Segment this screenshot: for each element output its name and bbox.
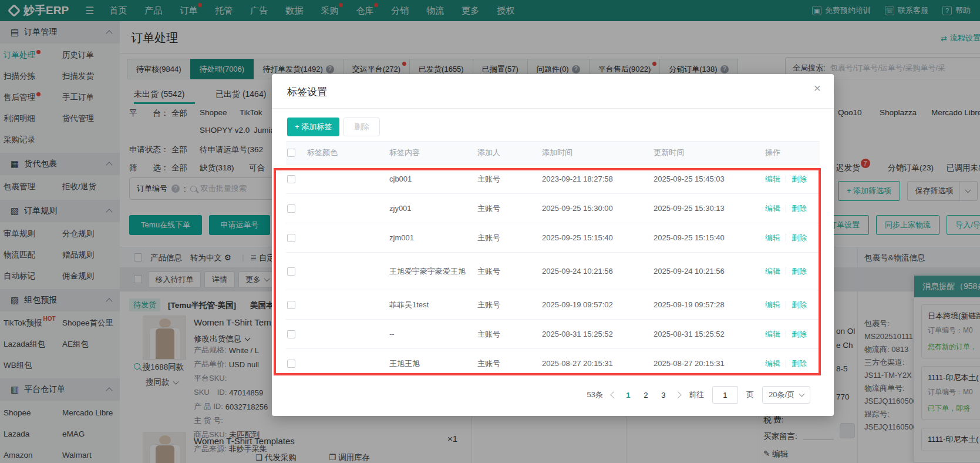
cell-operations: 编辑删除 <box>765 329 820 340</box>
cell-adder: 主账号 <box>477 233 542 243</box>
cell-updated-time: 2025-09-25 15:15:40 <box>654 233 765 242</box>
row-checkbox[interactable] <box>287 175 295 183</box>
cell-adder: 主账号 <box>477 203 542 214</box>
operation-divider <box>786 267 786 275</box>
page-number-2[interactable]: 2 <box>642 391 650 400</box>
operation-divider <box>786 301 786 308</box>
tags-table: 标签颜色 标签内容 添加人 添加时间 更新时间 操作 cjb001主账号2023… <box>286 141 820 374</box>
select-all-checkbox[interactable] <box>287 149 295 157</box>
row-checkbox[interactable] <box>287 330 295 338</box>
operation-divider <box>786 360 786 367</box>
operation-divider <box>786 234 786 241</box>
cell-adder: 主账号 <box>477 358 542 369</box>
cell-tag-content: 王旭爱宇豪宇豪爱王旭 <box>389 266 477 277</box>
delete-tag-link[interactable]: 删除 <box>792 266 807 277</box>
tag-content-text: 王旭王旭 <box>389 359 420 368</box>
table-body: cjb001主账号2023-09-21 18:27:582025-09-25 1… <box>286 165 820 374</box>
cell-checkbox <box>286 204 307 213</box>
table-row: 王旭爱宇豪宇豪爱王旭主账号2025-09-24 10:21:562025-09-… <box>286 253 820 290</box>
table-row: cjb001主账号2023-09-21 18:27:582025-09-25 1… <box>286 165 820 194</box>
column-header-color: 标签颜色 <box>307 147 389 158</box>
page-numbers: 123 <box>624 391 668 400</box>
page-size-select[interactable]: 20条/页 <box>762 386 810 404</box>
tag-content-text: 王旭爱宇豪宇豪爱王旭 <box>389 267 466 276</box>
delete-tag-link[interactable]: 删除 <box>792 300 807 310</box>
delete-tag-link[interactable]: 删除 <box>792 358 807 369</box>
column-header-operations: 操作 <box>765 147 820 158</box>
modal-divider <box>272 108 834 109</box>
page-number-1[interactable]: 1 <box>624 391 632 400</box>
prev-page-icon[interactable] <box>610 391 617 398</box>
cell-added-time: 2025-09-24 10:21:56 <box>542 267 654 276</box>
row-checkbox[interactable] <box>287 301 295 309</box>
edit-tag-link[interactable]: 编辑 <box>765 233 780 243</box>
column-header-content: 标签内容 <box>389 147 477 158</box>
cell-checkbox <box>286 360 307 368</box>
edit-tag-link[interactable]: 编辑 <box>765 329 780 340</box>
cell-operations: 编辑删除 <box>765 358 820 369</box>
edit-tag-link[interactable]: 编辑 <box>765 203 780 214</box>
edit-tag-link[interactable]: 编辑 <box>765 300 780 310</box>
table-row: 菲菲吴1test主账号2025-09-19 09:57:022025-09-19… <box>286 290 820 320</box>
cell-added-time: 2023-09-21 18:27:58 <box>542 175 654 183</box>
tag-content-text: cjb001 <box>389 175 412 183</box>
tag-settings-modal: 标签设置 × + 添加标签 删除 标签颜色 标签内容 添加人 添加时间 更新时间… <box>272 74 834 416</box>
edit-tag-link[interactable]: 编辑 <box>765 358 780 369</box>
cell-updated-time: 2025-09-25 15:45:03 <box>654 175 765 183</box>
total-count: 53条 <box>587 390 602 400</box>
add-tag-button[interactable]: + 添加标签 <box>287 118 339 136</box>
cell-operations: 编辑删除 <box>765 233 820 243</box>
cell-adder: 主账号 <box>477 266 542 277</box>
column-header-adder: 添加人 <box>477 147 542 158</box>
edit-tag-link[interactable]: 编辑 <box>765 174 780 184</box>
cell-operations: 编辑删除 <box>765 174 820 184</box>
goto-label: 前往 <box>689 390 704 400</box>
tag-content-text: zjm001 <box>389 233 414 242</box>
cell-updated-time: 2025-09-19 09:57:28 <box>654 300 765 309</box>
table-header-row: 标签颜色 标签内容 添加人 添加时间 更新时间 操作 <box>286 141 820 165</box>
table-row: zjy001主账号2025-09-25 15:30:002025-09-25 1… <box>286 194 820 223</box>
page-number-3[interactable]: 3 <box>659 391 668 400</box>
table-row: --主账号2025-08-31 15:25:522025-08-31 15:25… <box>286 320 820 349</box>
cell-checkbox <box>286 330 307 338</box>
cell-added-time: 2025-08-31 15:25:52 <box>542 330 654 338</box>
cell-adder: 主账号 <box>477 174 542 184</box>
tag-content-text: zjy001 <box>389 204 412 213</box>
cell-updated-time: 2025-08-31 15:25:52 <box>654 330 765 338</box>
close-icon[interactable]: × <box>814 81 821 95</box>
cell-checkbox <box>286 301 307 309</box>
column-header-updated-time: 更新时间 <box>654 147 765 158</box>
delete-tag-link[interactable]: 删除 <box>792 329 807 340</box>
delete-tag-link[interactable]: 删除 <box>792 203 807 214</box>
delete-tag-link[interactable]: 删除 <box>792 233 807 243</box>
cell-tag-content: zjy001 <box>389 203 477 214</box>
cell-added-time: 2025-08-27 20:15:31 <box>542 359 654 368</box>
cell-tag-content: 菲菲吴1test <box>389 299 477 311</box>
cell-added-time: 2025-09-19 09:57:02 <box>542 300 654 309</box>
tag-content-text: -- <box>389 330 395 338</box>
row-checkbox[interactable] <box>287 267 295 276</box>
cell-tag-content: zjm001 <box>389 232 477 244</box>
cell-adder: 主账号 <box>477 329 542 340</box>
cell-updated-time: 2025-09-25 15:30:13 <box>654 204 765 213</box>
cell-updated-time: 2025-09-24 10:21:56 <box>654 267 765 276</box>
goto-page-input[interactable]: 1 <box>712 386 738 404</box>
edit-tag-link[interactable]: 编辑 <box>765 266 780 277</box>
row-checkbox[interactable] <box>287 204 295 213</box>
page-unit-label: 页 <box>746 390 754 400</box>
cell-added-time: 2025-09-25 15:30:00 <box>542 204 654 213</box>
chevron-down-icon <box>799 391 805 397</box>
operation-divider <box>786 175 786 183</box>
operation-divider <box>786 330 786 338</box>
cell-adder: 主账号 <box>477 300 542 310</box>
delete-tag-link[interactable]: 删除 <box>792 174 807 184</box>
row-checkbox[interactable] <box>287 360 295 368</box>
cell-updated-time: 2025-08-27 20:15:31 <box>654 359 765 368</box>
next-page-icon[interactable] <box>675 391 681 398</box>
cell-tag-content: 王旭王旭 <box>389 358 477 370</box>
row-checkbox[interactable] <box>287 234 295 242</box>
modal-title: 标签设置 <box>287 85 327 99</box>
cell-checkbox <box>286 175 307 183</box>
cell-checkbox <box>286 267 307 276</box>
delete-tags-button[interactable]: 删除 <box>343 118 380 136</box>
